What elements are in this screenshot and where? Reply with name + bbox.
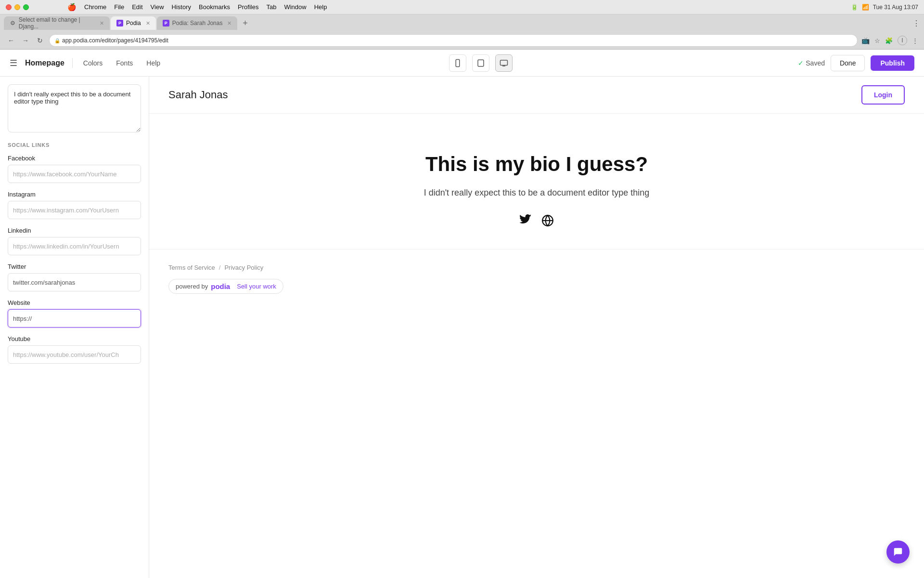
podia-logo: podia [211, 282, 230, 290]
app-container: ☰ Homepage Colors Fonts Help ✓ Saved [0, 50, 924, 578]
back-button[interactable]: ← [6, 37, 16, 44]
tab-favicon-3: P [163, 20, 169, 26]
browser-menu-icon[interactable]: ⋮ [912, 37, 918, 44]
refresh-button[interactable]: ↻ [35, 37, 45, 44]
privacy-link[interactable]: Privacy Policy [224, 264, 263, 271]
menu-help[interactable]: Help [314, 3, 327, 11]
bookmark-icon[interactable]: ☆ [874, 37, 880, 44]
mobile-view-button[interactable] [449, 54, 466, 72]
menu-tab[interactable]: Tab [266, 3, 276, 11]
sell-work-link[interactable]: Sell your work [237, 283, 276, 290]
preview-area: Sarah Jonas Login This is my bio I guess… [149, 77, 924, 578]
close-button[interactable] [6, 4, 12, 10]
input-facebook[interactable] [8, 165, 141, 183]
url-text: app.podia.com/editor/pages/4194795/edit [62, 37, 168, 44]
done-button[interactable]: Done [831, 55, 865, 71]
profile-icon[interactable]: I [898, 36, 907, 45]
tab-label-2: Podia [126, 20, 141, 26]
site-name: Sarah Jonas [168, 89, 228, 101]
nav-colors[interactable]: Colors [80, 57, 105, 69]
url-bar[interactable]: 🔒 app.podia.com/editor/pages/4194795/edi… [49, 34, 858, 47]
forward-button[interactable]: → [20, 37, 31, 44]
maximize-button[interactable] [23, 4, 29, 10]
desktop-view-button[interactable] [495, 54, 513, 72]
app-toolbar: ☰ Homepage Colors Fonts Help ✓ Saved [0, 50, 924, 77]
label-youtube: Youtube [8, 335, 141, 342]
toolbar-divider [72, 58, 73, 68]
menu-window[interactable]: Window [284, 3, 306, 11]
extensions-icon[interactable]: 🧩 [885, 37, 893, 44]
field-website: Website [8, 299, 141, 328]
toolbar-left: ☰ Homepage Colors Fonts Help [10, 57, 163, 69]
bio-title: This is my bio I guess? [425, 152, 648, 176]
menu-apple[interactable]: 🍎 [67, 3, 77, 12]
input-instagram[interactable] [8, 201, 141, 219]
check-icon: ✓ [798, 59, 804, 67]
menu-history[interactable]: History [172, 3, 191, 11]
address-bar: ← → ↻ 🔒 app.podia.com/editor/pages/41947… [0, 32, 924, 49]
browser-tab-3[interactable]: P Podia: Sarah Jonas ✕ [157, 16, 238, 30]
new-tab-button[interactable]: + [238, 16, 252, 30]
twitter-icon[interactable] [519, 214, 532, 230]
tab-close-3[interactable]: ✕ [227, 20, 231, 26]
input-youtube[interactable] [8, 345, 141, 364]
svg-rect-4 [500, 60, 507, 66]
toolbar-right: ✓ Saved Done Publish [798, 55, 914, 71]
tab-menu-button[interactable]: ⋮ [912, 19, 920, 28]
input-twitter[interactable] [8, 273, 141, 291]
menu-file[interactable]: File [114, 3, 124, 11]
field-youtube: Youtube [8, 335, 141, 364]
main-area: SOCIAL LINKS Facebook Instagram Linkedin… [0, 77, 924, 578]
chat-bubble-button[interactable] [886, 540, 910, 564]
menu-profiles[interactable]: Profiles [238, 3, 258, 11]
tab-close-2[interactable]: ✕ [146, 20, 150, 26]
label-website: Website [8, 299, 141, 306]
minimize-button[interactable] [14, 4, 20, 10]
input-website[interactable] [8, 309, 141, 328]
menu-edit[interactable]: Edit [132, 3, 142, 11]
footer-links: Terms of Service / Privacy Policy [168, 264, 263, 271]
brand-label[interactable]: Homepage [25, 59, 64, 67]
nav-help[interactable]: Help [143, 57, 163, 69]
globe-icon[interactable] [541, 214, 554, 230]
tab-favicon-2: P [116, 20, 123, 26]
menu-chrome[interactable]: Chrome [84, 3, 106, 11]
field-twitter: Twitter [8, 263, 141, 291]
label-facebook: Facebook [8, 155, 141, 162]
browser-chrome: ⚙ Select email to change | Djang... ✕ P … [0, 14, 924, 50]
mac-titlebar: 🍎 Chrome File Edit View History Bookmark… [0, 0, 924, 14]
tabs-bar: ⚙ Select email to change | Djang... ✕ P … [0, 14, 924, 32]
cast-icon[interactable]: 📺 [861, 37, 870, 44]
menu-bookmarks[interactable]: Bookmarks [199, 3, 230, 11]
browser-tab-2[interactable]: P Podia ✕ [111, 16, 156, 30]
tab-close-1[interactable]: ✕ [100, 20, 104, 26]
bio-text: I didn't really expect this to be a docu… [424, 186, 650, 200]
mac-status-icons: 🔋 📶 Tue 31 Aug 13:07 [851, 4, 918, 11]
toolbar-nav: Colors Fonts Help [80, 57, 163, 69]
menu-view[interactable]: View [151, 3, 164, 11]
tab-label-1: Select email to change | Djang... [19, 16, 95, 30]
hamburger-icon[interactable]: ☰ [10, 58, 17, 68]
traffic-lights[interactable] [6, 4, 29, 10]
login-button[interactable]: Login [861, 85, 905, 105]
battery-icon: 🔋 [851, 4, 858, 11]
label-instagram: Instagram [8, 191, 141, 198]
terms-link[interactable]: Terms of Service [168, 264, 215, 271]
mac-clock: Tue 31 Aug 13:07 [873, 4, 918, 11]
toolbar-center [449, 54, 513, 72]
social-links-label: SOCIAL LINKS [8, 142, 141, 148]
mac-menu: 🍎 Chrome File Edit View History Bookmark… [67, 3, 327, 12]
publish-button[interactable]: Publish [871, 55, 914, 71]
wifi-icon: 📶 [862, 4, 869, 11]
preview-content: This is my bio I guess? I didn't really … [149, 114, 924, 249]
bio-textarea[interactable] [8, 84, 141, 132]
nav-fonts[interactable]: Fonts [113, 57, 136, 69]
tab-favicon-1: ⚙ [10, 20, 16, 26]
footer-divider: / [219, 264, 221, 271]
powered-by-badge: powered by podia Sell your work [168, 279, 283, 294]
powered-by-text: powered by [176, 283, 208, 290]
input-linkedin[interactable] [8, 237, 141, 255]
browser-tab-1[interactable]: ⚙ Select email to change | Djang... ✕ [4, 16, 110, 30]
field-linkedin: Linkedin [8, 227, 141, 255]
tablet-view-button[interactable] [472, 54, 489, 72]
